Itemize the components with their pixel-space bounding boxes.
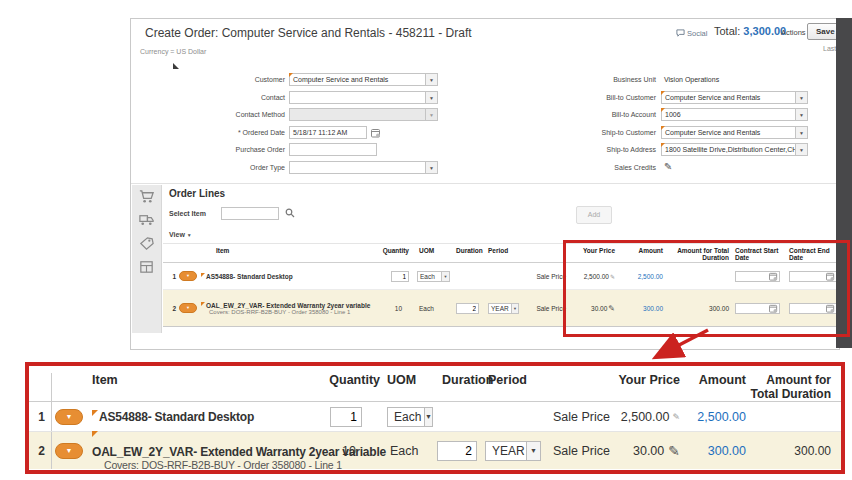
- col-amount-total-duration: Amount for Total Duration: [748, 373, 841, 401]
- quantity-value: 10: [330, 444, 380, 458]
- edit-price-icon[interactable]: ✎: [672, 412, 680, 422]
- uom-combobox[interactable]: Each ▼: [387, 407, 432, 427]
- price-type-label: Sale Price: [519, 273, 569, 280]
- edit-sales-credits-icon[interactable]: ✎: [664, 161, 672, 172]
- business-unit-value: Vision Operations: [664, 73, 719, 86]
- select-item-input[interactable]: [221, 207, 279, 220]
- col-your-price: Your Price: [612, 373, 680, 387]
- uom-value: Each: [409, 305, 451, 312]
- bill-to-account-label: Bill-to Account: [536, 108, 656, 121]
- add-button[interactable]: Add: [576, 206, 612, 224]
- order-line-row-2: 2 ▼ OAL_EW_2Y_VAR- Extended Warranty 2ye…: [29, 432, 841, 469]
- row-expand-button[interactable]: ▼: [55, 409, 83, 425]
- amount-total-value: 300.00: [748, 444, 841, 458]
- duration-input[interactable]: [456, 303, 479, 314]
- view-label: View: [169, 231, 185, 238]
- business-unit-label: Business Unit: [536, 73, 656, 86]
- chevron-down-icon: ▼: [66, 413, 73, 420]
- collapse-region-icon[interactable]: [173, 63, 179, 69]
- changed-flag-icon: [201, 302, 205, 306]
- uom-value: Each: [417, 271, 441, 282]
- page-title: Create Order: Computer Service and Renta…: [145, 26, 472, 40]
- actions-label: Actions: [781, 28, 806, 37]
- ship-to-customer-combobox[interactable]: Computer Service and Rentals ▼: [661, 126, 808, 139]
- zoomed-order-lines-table: Item Quantity UOM Duration Period Your P…: [25, 362, 845, 474]
- shipment-icon[interactable]: [138, 211, 155, 228]
- price-type-label: Sale Price: [519, 305, 569, 312]
- total-label: Total:: [714, 25, 740, 37]
- table-header-row: Item Quantity UOM Duration Period Your P…: [29, 366, 841, 402]
- order-total: Total: 3,300.00: [714, 25, 786, 37]
- bill-to-account-combobox[interactable]: 1006 ▼: [661, 108, 808, 121]
- select-item-label: Select Item: [169, 210, 206, 217]
- search-icon[interactable]: [285, 208, 295, 218]
- chevron-down-icon: ▼: [66, 447, 73, 454]
- section-divider: [131, 183, 839, 184]
- period-value: YEAR: [488, 303, 511, 314]
- item-link[interactable]: AS54888- Standard Desktop: [206, 273, 293, 280]
- social-button[interactable]: Social: [676, 29, 707, 38]
- col-amount: Amount: [680, 373, 748, 387]
- row-expand-button[interactable]: ▼: [179, 271, 197, 281]
- amount-link[interactable]: 300.00: [708, 444, 746, 458]
- chevron-down-icon[interactable]: ▼: [795, 91, 808, 104]
- chevron-down-icon[interactable]: ▼: [795, 143, 808, 156]
- order-line-row-1: 1 ▼ AS54888- Standard Desktop Each ▼ Sal…: [29, 402, 841, 432]
- currency-note: Currency = US Dollar: [140, 48, 206, 55]
- bill-to-customer-label: Bill-to Customer: [536, 91, 656, 104]
- chevron-down-icon[interactable]: ▼: [795, 126, 808, 139]
- row-number: 2: [29, 432, 52, 469]
- social-label: Social: [687, 29, 707, 38]
- your-price-value: 2,500.00: [621, 410, 670, 424]
- ship-to-address-label: Ship-to Address: [536, 143, 656, 156]
- amount-link[interactable]: 2,500.00: [697, 410, 746, 424]
- edit-price-icon[interactable]: ✎: [668, 443, 680, 459]
- item-link[interactable]: OAL_EW_2Y_VAR- Extended Warranty 2year v…: [206, 302, 370, 309]
- your-price-value: 30.00: [633, 444, 664, 458]
- order-lines-toolbar: [132, 185, 162, 333]
- duration-input[interactable]: [437, 441, 477, 461]
- chevron-down-icon: ▼: [424, 407, 433, 427]
- col-uom: UOM: [409, 247, 451, 254]
- item-link[interactable]: AS54888- Standard Desktop: [99, 410, 254, 424]
- changed-flag-icon: [201, 273, 205, 277]
- uom-combobox[interactable]: Each ▼: [417, 271, 451, 282]
- chevron-down-icon: ▼: [441, 271, 450, 282]
- period-combobox[interactable]: YEAR ▼: [488, 303, 519, 314]
- row-number: 1: [163, 273, 179, 280]
- uom-value: Each: [387, 407, 424, 427]
- ship-to-address-value: 1800 Satellite Drive,Distribution Center…: [661, 143, 795, 156]
- col-uom: UOM: [380, 373, 432, 387]
- quantity-input[interactable]: [391, 271, 409, 282]
- cart-icon[interactable]: [138, 188, 155, 205]
- col-period: Period: [482, 373, 548, 387]
- bill-to-customer-value: Computer Service and Rentals: [661, 91, 795, 104]
- row-expand-button[interactable]: ▼: [55, 443, 83, 459]
- save-label: Save: [816, 27, 835, 36]
- covers-subtext: Covers: DOS-RRF-B2B-BUY - Order 358080 -…: [92, 459, 330, 471]
- view-menu[interactable]: View ▼: [169, 231, 192, 238]
- quantity-value: 10: [379, 305, 409, 312]
- row-expand-button[interactable]: ▼: [179, 303, 197, 313]
- row-number: 1: [29, 402, 52, 431]
- screenshot-stage: Create Order: Computer Service and Renta…: [0, 0, 852, 480]
- col-period: Period: [479, 247, 519, 254]
- col-duration: Duration: [432, 373, 482, 387]
- ship-to-address-combobox[interactable]: 1800 Satellite Drive,Distribution Center…: [661, 143, 808, 156]
- order-lines-heading: Order Lines: [169, 188, 225, 199]
- quantity-input[interactable]: [330, 407, 362, 427]
- social-icon: [676, 29, 685, 38]
- chevron-down-icon: ▼: [526, 441, 541, 461]
- row-number: 2: [163, 305, 179, 312]
- col-quantity: Quantity: [330, 373, 380, 387]
- chevron-down-icon[interactable]: ▼: [795, 108, 808, 121]
- price-tag-icon[interactable]: [138, 235, 155, 252]
- package-icon[interactable]: [138, 258, 155, 275]
- bill-to-customer-combobox[interactable]: Computer Service and Rentals ▼: [661, 91, 808, 104]
- col-quantity: Quantity: [379, 247, 409, 254]
- period-combobox[interactable]: YEAR ▼: [485, 441, 548, 461]
- chevron-down-icon: ▼: [186, 306, 190, 310]
- covers-subtext: Covers: DOS-RRF-B2B-BUY - Order 358080 -…: [201, 309, 379, 315]
- ship-to-customer-label: Ship-to Customer: [536, 126, 656, 139]
- last-saved-text: Last: [823, 45, 836, 52]
